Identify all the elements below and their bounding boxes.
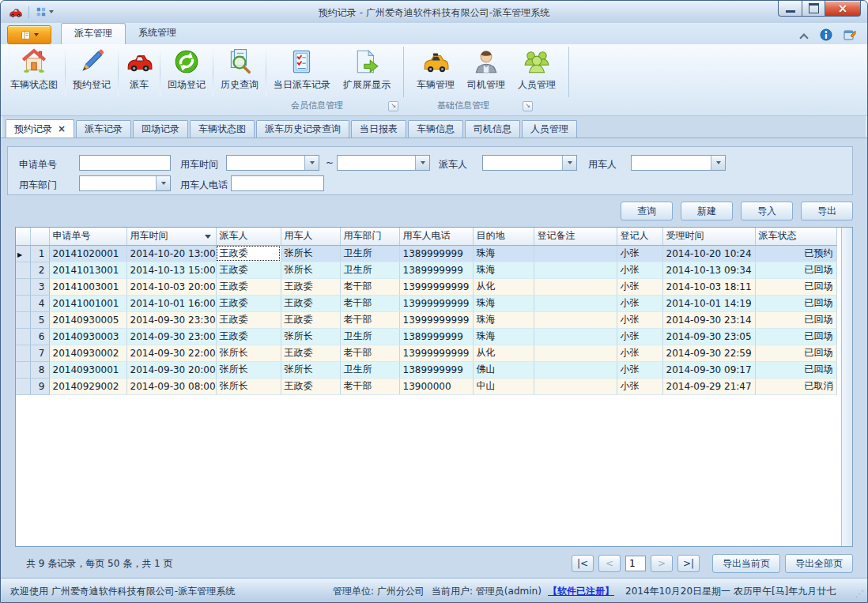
combo-dropdown-icon[interactable] (304, 156, 319, 170)
cell-registrar[interactable]: 小张 (617, 262, 662, 278)
cell-use_time[interactable]: 2014-10-13 15:00 (126, 262, 216, 278)
cell-accepted[interactable]: 2014-09-30 23:14 (662, 311, 755, 328)
cell-user[interactable]: 王政委 (281, 278, 340, 295)
cell-remark[interactable] (534, 245, 617, 262)
cell-dept[interactable]: 老干部 (340, 295, 399, 311)
column-header-6[interactable]: 目的地 (473, 228, 534, 245)
cell-user[interactable]: 张所长 (281, 328, 340, 345)
cell-dest[interactable]: 佛山 (473, 361, 534, 378)
cell-dispatcher[interactable]: 王政委 (216, 245, 281, 262)
cell-user[interactable]: 王政委 (281, 311, 340, 328)
row-selector-cell[interactable] (16, 378, 30, 394)
cell-remark[interactable] (534, 378, 617, 394)
table-row[interactable]: 6201409300032014-09-30 23:00王政委张所长卫生所138… (16, 328, 836, 345)
cell-dest[interactable]: 从化 (473, 278, 534, 295)
cell-status[interactable]: 已回场 (755, 295, 836, 311)
cell-registrar[interactable]: 小张 (617, 278, 662, 295)
cell-accepted[interactable]: 2014-10-03 18:11 (662, 278, 755, 295)
combo-dropdown-icon[interactable] (711, 156, 725, 170)
cell-status[interactable]: 已回场 (755, 311, 836, 328)
maximize-button[interactable] (802, 1, 825, 17)
cell-registrar[interactable]: 小张 (617, 361, 662, 378)
prev-page-button[interactable]: < (598, 555, 621, 572)
cell-phone[interactable]: 13999999999 (399, 295, 473, 311)
table-row[interactable]: 3201410030012014-10-03 20:00王政委王政委老干部139… (16, 278, 836, 295)
sort-filter-icon[interactable] (205, 235, 211, 239)
cell-registrar[interactable]: 小张 (617, 328, 662, 345)
cell-dest[interactable]: 从化 (473, 345, 534, 361)
cell-status[interactable]: 已回场 (755, 278, 836, 295)
cell-dispatcher[interactable]: 张所长 (216, 378, 281, 394)
cell-registrar[interactable]: 小张 (617, 245, 662, 262)
column-header-3[interactable]: 用车人 (281, 228, 340, 245)
cell-dispatcher[interactable]: 王政委 (216, 278, 281, 295)
table-row[interactable]: 4201410010012014-10-01 16:00王政委王政委老干部139… (16, 295, 836, 311)
cell-remark[interactable] (534, 361, 617, 378)
cell-accepted[interactable]: 2014-09-30 23:05 (662, 328, 755, 345)
personnel-manage-button[interactable]: 人员管理 (511, 47, 562, 97)
cell-dest[interactable]: 珠海 (473, 311, 534, 328)
column-header-9[interactable]: 受理时间 (662, 228, 755, 245)
page-input[interactable] (625, 556, 646, 571)
tab-dispatch-history-query[interactable]: 派车历史记录查询 (256, 120, 349, 138)
cell-status[interactable]: 已回场 (755, 361, 836, 378)
ribbon-tab-system-manage[interactable]: 系统管理 (126, 23, 189, 44)
collapse-ribbon-icon[interactable] (799, 32, 809, 40)
cell-phone[interactable]: 13999999999 (399, 311, 473, 328)
vehicle-manage-button[interactable]: 车辆管理 (410, 47, 461, 97)
new-button[interactable]: 新建 (681, 202, 733, 220)
table-row[interactable]: ▶1201410200012014-10-20 13:00王政委张所长卫生所13… (16, 245, 836, 262)
cell-dispatcher[interactable]: 王政委 (216, 262, 281, 278)
column-header-4[interactable]: 用车部门 (340, 228, 399, 245)
cell-phone[interactable]: 13999999999 (399, 345, 473, 361)
column-header-1[interactable]: 用车时间 (126, 228, 216, 245)
column-header-8[interactable]: 登记人 (617, 228, 662, 245)
first-page-button[interactable]: |< (572, 555, 594, 572)
use-time-from-combo[interactable] (226, 155, 319, 171)
cell-remark[interactable] (534, 345, 617, 361)
app-menu-button[interactable] (7, 25, 51, 44)
column-header-5[interactable]: 用车人电话 (399, 228, 473, 245)
cell-dept[interactable]: 老干部 (340, 278, 399, 295)
reservation-register-button[interactable]: 预约登记 (66, 47, 117, 97)
cell-dept[interactable]: 老干部 (340, 378, 399, 394)
minimize-button[interactable] (778, 1, 802, 17)
row-selector-cell[interactable]: ▶ (16, 245, 30, 262)
cell-accepted[interactable]: 2014-10-20 10:24 (662, 245, 755, 262)
cell-remark[interactable] (534, 262, 617, 278)
tab-driver-info[interactable]: 司机信息 (465, 120, 520, 138)
cell-dest[interactable]: 珠海 (473, 295, 534, 311)
column-header-10[interactable]: 派车状态 (755, 228, 836, 245)
cell-dispatcher[interactable]: 王政委 (216, 311, 281, 328)
cell-accepted[interactable]: 2014-09-30 09:17 (662, 361, 755, 378)
cell-accepted[interactable]: 2014-10-13 09:34 (662, 262, 755, 278)
column-header-2[interactable]: 派车人 (216, 228, 281, 245)
vehicle-status-map-button[interactable]: 车辆状态图 (4, 47, 64, 97)
dispatch-button[interactable]: 派车 (119, 47, 159, 97)
dialog-launcher-icon[interactable] (523, 101, 533, 111)
user-combo[interactable] (631, 155, 726, 171)
close-button[interactable]: × (825, 1, 861, 17)
extended-screen-button[interactable]: 扩展屏显示 (337, 47, 397, 97)
cell-status[interactable]: 已回场 (755, 345, 836, 361)
tab-reservation-records[interactable]: 预约记录× (6, 119, 74, 138)
close-tab-icon[interactable]: × (58, 123, 66, 134)
cell-dept[interactable]: 卫生所 (340, 361, 399, 378)
table-row[interactable]: 5201409300052014-09-30 23:30王政委王政委老干部139… (16, 311, 836, 328)
use-time-to-combo[interactable] (337, 155, 430, 171)
last-page-button[interactable]: >| (677, 555, 700, 572)
row-selector-cell[interactable] (16, 328, 30, 345)
row-selector-cell[interactable] (16, 278, 30, 295)
row-selector-cell[interactable] (16, 345, 30, 361)
cell-phone[interactable]: 1389999999 (399, 262, 473, 278)
cell-dest[interactable]: 珠海 (473, 262, 534, 278)
dept-combo[interactable] (79, 175, 171, 191)
cell-app_no[interactable]: 20140930001 (49, 361, 126, 378)
cell-dept[interactable]: 卫生所 (340, 245, 399, 262)
column-header-7[interactable]: 登记备注 (534, 228, 617, 245)
cell-accepted[interactable]: 2014-09-30 22:59 (662, 345, 755, 361)
combo-dropdown-icon[interactable] (156, 176, 170, 190)
dialog-launcher-icon[interactable] (388, 101, 398, 111)
combo-dropdown-icon[interactable] (415, 156, 429, 170)
tab-vehicle-status-map[interactable]: 车辆状态图 (190, 120, 255, 138)
